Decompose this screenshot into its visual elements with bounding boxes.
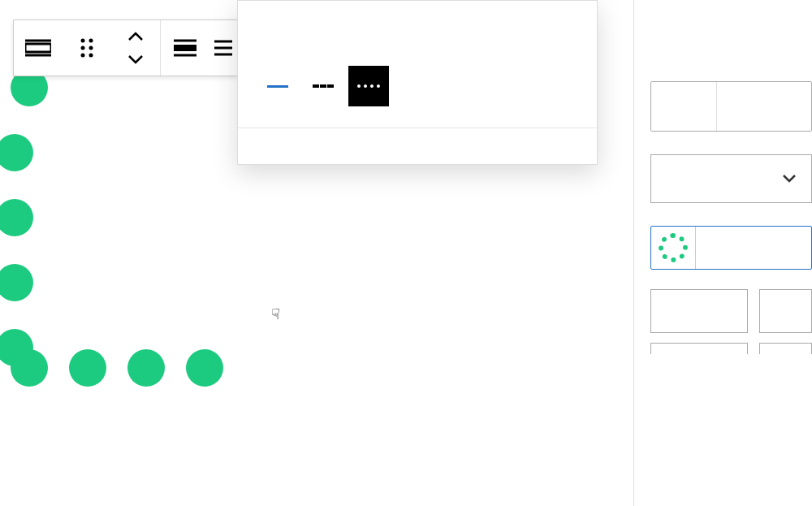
svg-point-4 (89, 39, 93, 43)
radius-tl[interactable] (650, 289, 748, 333)
size-picker (650, 81, 812, 132)
align-button[interactable] (160, 20, 209, 76)
align-icon (174, 39, 197, 57)
size-s[interactable] (651, 82, 716, 131)
size-m[interactable] (716, 82, 781, 131)
svg-point-5 (81, 46, 85, 50)
block-dotted-border (0, 65, 240, 406)
svg-point-3 (81, 39, 85, 43)
block-type-button[interactable] (14, 20, 63, 76)
dotted-ring-icon (659, 233, 688, 262)
radius-bl[interactable] (650, 343, 748, 354)
theme-swatch-row (257, 1, 577, 15)
appearance-select[interactable] (650, 154, 812, 203)
chevron-down-icon (127, 54, 144, 64)
svg-point-7 (81, 54, 85, 58)
drag-handle[interactable] (63, 20, 111, 76)
border-control[interactable] (650, 226, 812, 270)
default-swatch-row (257, 33, 577, 48)
border-style-options (257, 66, 577, 106)
popover-footer (238, 128, 597, 164)
border-preview-swatch[interactable] (654, 228, 693, 267)
style-dotted[interactable] (348, 66, 389, 106)
border-value[interactable] (695, 227, 803, 269)
style-dashed[interactable] (303, 66, 343, 106)
settings-sidebar (633, 0, 812, 506)
radius-controls (650, 289, 812, 333)
block-toolbar (13, 19, 239, 76)
block-icon (25, 39, 51, 57)
radius-tr[interactable] (759, 289, 812, 333)
more-align-button[interactable] (209, 20, 238, 76)
color-popover (237, 0, 598, 165)
move-updown[interactable] (111, 20, 160, 76)
svg-rect-10 (174, 45, 197, 51)
cursor-pointer-icon: ☟ (271, 305, 280, 323)
chevron-up-icon (127, 32, 144, 41)
list-icon (214, 39, 232, 57)
drag-icon (80, 38, 93, 58)
style-solid[interactable] (257, 66, 298, 106)
chevron-down-icon (782, 174, 797, 184)
svg-rect-0 (25, 44, 51, 52)
svg-point-8 (89, 54, 93, 58)
sidebar-tabs (634, 0, 812, 57)
svg-point-6 (89, 46, 93, 50)
radius-br[interactable] (759, 343, 812, 354)
